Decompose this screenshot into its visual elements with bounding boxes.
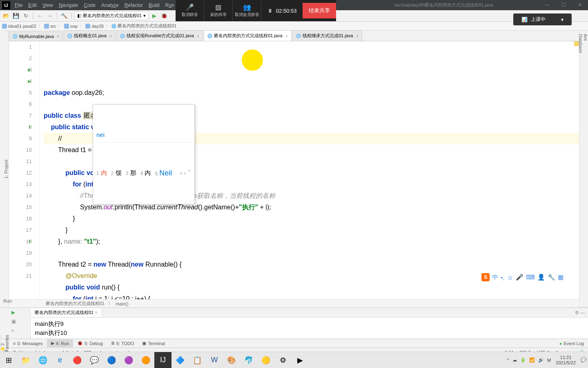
editor-tab[interactable]: C线程概念01.java× (64, 30, 116, 41)
build-icon[interactable]: 🔨 (60, 12, 68, 20)
save-icon[interactable]: 💾 (12, 12, 20, 20)
ime-tool-icon[interactable]: 🔧 (548, 274, 555, 281)
intellij-icon: IJ (2, 1, 10, 9)
tray-battery-icon[interactable]: 🔋 (520, 357, 526, 363)
tray-notifications-icon[interactable]: 💬 (581, 357, 586, 363)
task-app3[interactable]: 🔵 (103, 352, 120, 368)
terminal-tab[interactable]: ▣ Terminal (138, 339, 169, 347)
bottom-tool-tabs: ⭐ 2: Favorites ≡ 0: Messages ▶ 4: Run 🐞 … (0, 339, 588, 348)
run-tab[interactable]: ▶ 4: Run (47, 339, 73, 347)
task-app1[interactable]: 🔴 (69, 352, 86, 368)
task-word[interactable]: W (206, 352, 223, 368)
event-log-tab[interactable]: ● Event Log (555, 340, 588, 347)
debug-icon[interactable]: 🐞 (160, 12, 168, 20)
navbar: idea01-java02〉 src〉 oop〉 day26〉 匿名内部类的方式… (0, 22, 588, 31)
menu-analyze[interactable]: Analyze (99, 1, 121, 9)
task-app7[interactable]: 📋 (189, 352, 206, 368)
menu-file[interactable]: File (12, 1, 25, 9)
task-settings[interactable]: ⚙ (274, 352, 292, 368)
editor-tab[interactable]: C线程实现Runable方式完成01.java× (116, 30, 203, 41)
tray-clock[interactable]: 11:212021/5/22 (552, 355, 579, 366)
menu-run[interactable]: Run (163, 1, 177, 9)
run-panel: ▶ ▣ » 匿名内部类的方式完成线程01 × ⚙ — main执行9 main执… (0, 307, 588, 339)
task-app4[interactable]: 🟣 (120, 352, 137, 368)
run-tab-active[interactable]: 匿名内部类的方式完成线程01 × (31, 308, 102, 317)
start-button[interactable]: ⊞ (0, 352, 17, 368)
cursor-highlight-dot (242, 49, 263, 71)
ime-lang-icon[interactable]: 中 (492, 274, 498, 281)
ime-grid-icon[interactable]: ▦ (558, 274, 564, 281)
task-app5[interactable]: 🟠 (137, 352, 154, 368)
ime-emoji-icon[interactable]: ☺ (507, 274, 513, 281)
new-share-button[interactable]: ▧新的共享 (204, 0, 233, 21)
window-maximize[interactable]: ☐ (555, 0, 572, 10)
window-minimize[interactable]: — (539, 0, 555, 10)
run-icon[interactable]: ▶ (150, 12, 158, 20)
run-settings-icon[interactable]: ⚙ — (572, 310, 588, 315)
sync-icon[interactable]: ↻ (22, 12, 30, 20)
title-path: \src\oop\day26\匿名内部类的方式完成线程01.java (394, 2, 493, 8)
ime-popup[interactable]: nei 1 内2 馁3 那4 内5 Neil‹ › ˅ (93, 104, 195, 204)
crumb-day26[interactable]: day26 (85, 24, 104, 29)
menu-build[interactable]: Build (146, 1, 162, 9)
task-app10[interactable]: 🟡 (257, 352, 274, 368)
task-intellij[interactable]: IJ (154, 352, 172, 368)
tray-network-icon[interactable]: 📶 (529, 357, 535, 363)
more-icon[interactable]: » (11, 328, 19, 335)
editor-gutter: 123▶4▶5678⬆9101112131415161718⬆192021 (9, 41, 40, 299)
run-config-combo[interactable]: ◧ 匿名内部类的方式完成线程01 ▾ (74, 11, 149, 20)
task-app6[interactable]: 🔷 (172, 352, 189, 368)
forward-icon[interactable]: → (46, 12, 54, 20)
task-explorer[interactable]: 📁 (17, 352, 34, 368)
sogou-icon[interactable]: S (481, 273, 490, 281)
rerun-icon[interactable]: ▶ (11, 310, 19, 317)
debug-tab[interactable]: 🐞 5: Debug (73, 339, 107, 347)
editor-tab[interactable]: C匿名内部类的方式完成线程01.java× (204, 30, 292, 41)
menu-code[interactable]: Code (81, 1, 98, 9)
run-output[interactable]: main执行9 main执行10 (31, 318, 588, 339)
ime-keyboard-icon[interactable]: ⌨ (526, 274, 535, 281)
window-close[interactable]: ✕ (572, 0, 588, 10)
todo-tab[interactable]: ≣ 6: TODO (107, 339, 138, 347)
task-app9[interactable]: 🐬 (240, 352, 257, 368)
mute-button[interactable]: 🎤取消静音 (176, 0, 204, 21)
crumb-file[interactable]: 匿名内部类的方式完成线程01 (111, 23, 176, 29)
end-share-button[interactable]: 结束共享 (303, 3, 336, 18)
unmute-all-button[interactable]: 👥取消全员静音 (233, 0, 261, 21)
ant-tool-tab[interactable]: Ant (583, 31, 588, 307)
ime-punct-icon[interactable]: •, (501, 274, 504, 281)
crumb-src[interactable]: src (44, 24, 56, 29)
code-area[interactable]: nei 1 内2 馁3 那4 内5 Neil‹ › ˅ package oop.… (40, 41, 579, 299)
error-stripe[interactable] (574, 41, 579, 299)
crumb-oop[interactable]: oop (64, 24, 78, 29)
crumb-project[interactable]: idea01-java02 (2, 24, 36, 29)
task-app11[interactable]: ▶ (292, 352, 309, 368)
back-icon[interactable]: ← (36, 12, 44, 20)
ime-candidates[interactable]: 1 内2 馁3 那4 内5 Neil‹ › ˅ (93, 166, 194, 181)
editor-tab[interactable]: C线程继承方式完成01.java× (292, 30, 362, 41)
messages-tab[interactable]: ≡ 0: Messages (9, 340, 47, 347)
tray-sound-icon[interactable]: 🔊 (538, 357, 544, 363)
task-chrome[interactable]: 🌐 (34, 352, 51, 368)
menu-edit[interactable]: Edit (26, 1, 39, 9)
sogou-ime-bar[interactable]: S 中 •, ☺ 🎤 ⌨ 👤 🔧 ▦ (481, 273, 564, 281)
editor-tab[interactable]: CMyRunnable.java× (9, 31, 63, 41)
menu-navigate[interactable]: Navigate (56, 1, 80, 9)
stop-icon[interactable]: ▣ (11, 319, 19, 326)
menu-view[interactable]: View (40, 1, 56, 9)
menu-refactor[interactable]: Refactor (122, 1, 145, 9)
project-tool-tab[interactable]: 1: Project (4, 31, 9, 307)
tray-onedrive-icon[interactable]: ☁ (512, 357, 517, 363)
editor[interactable]: 123▶4▶5678⬆9101112131415161718⬆192021 ne… (9, 41, 579, 299)
task-app2[interactable]: 💬 (86, 352, 103, 368)
open-icon[interactable]: 📂 (2, 12, 10, 20)
tray-up-icon[interactable]: ^ (507, 358, 509, 363)
tray-ime-icon[interactable]: M (547, 358, 551, 363)
ime-voice-icon[interactable]: 🎤 (516, 274, 523, 281)
ime-user-icon[interactable]: 👤 (537, 274, 545, 281)
lesson-status[interactable]: 📊 上课中 ▾ (513, 13, 572, 25)
favorites-tab[interactable]: ⭐ 2: Favorites (0, 334, 9, 352)
task-app8[interactable]: 🎨 (223, 352, 240, 368)
screen-share-toolbar: 🎤取消静音 ▧新的共享 👥取消全员静音 ⏸ 02:50:53 结束共享 (176, 0, 336, 21)
task-edge[interactable]: e (51, 352, 69, 368)
